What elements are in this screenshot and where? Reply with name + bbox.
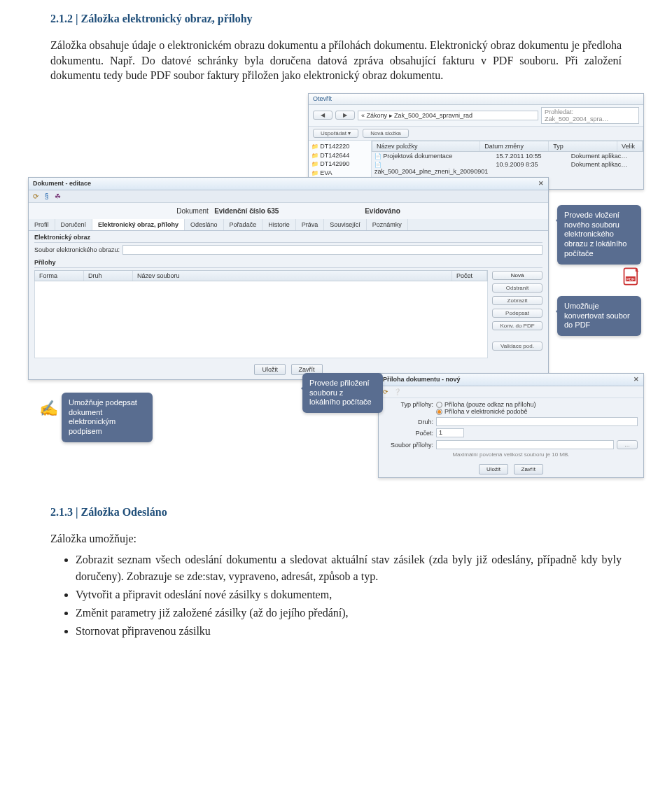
col-date: Datum změny	[480, 141, 549, 151]
svg-text:PDF: PDF	[626, 277, 635, 281]
header-status: Evidováno	[365, 207, 400, 215]
browse-button[interactable]: …	[617, 440, 638, 449]
tab-profil[interactable]: Profil	[29, 219, 55, 230]
btn-podepsat[interactable]: Podepsat	[492, 309, 542, 318]
btn-konv-pdf[interactable]: Konv. do PDF	[492, 321, 542, 330]
pdf-icon: PDF	[622, 267, 641, 286]
help-icon[interactable]: ❔	[393, 388, 401, 395]
section-title-1: 2.1.2 | Záložka elektronický obraz, příl…	[50, 13, 622, 25]
section-title-2: 2.1.3 | Záložka Odesláno	[50, 506, 622, 519]
section-el-obraz: Elektronický obraz	[34, 234, 542, 243]
para-1: Záložka obsahuje údaje o elektronickém o…	[50, 38, 622, 83]
list-item: Vytvořit a připravit odeslání nové zásil…	[76, 586, 622, 603]
callout-upload: Provede vložení nového souboru elektroni…	[557, 205, 641, 265]
list-item: Zobrazit seznam všech odeslání dokumentu…	[76, 551, 622, 584]
organize-button[interactable]: Uspořádat ▾	[313, 129, 358, 138]
btn-nova[interactable]: Nová	[492, 271, 542, 280]
btn-odstranit[interactable]: Odstranit	[492, 283, 542, 293]
toolbar-icon[interactable]: §	[45, 192, 49, 200]
tab-odeslano[interactable]: Odesláno	[185, 219, 224, 230]
soubor-input[interactable]	[436, 440, 614, 449]
btn-validace[interactable]: Validace pod.	[492, 342, 542, 351]
tab-historie[interactable]: Historie	[262, 219, 296, 230]
radio-el-podoba[interactable]	[436, 409, 442, 415]
footnote: Maximální povolená velikost souboru je 1…	[384, 451, 638, 458]
screenshot-composite: Otevřít ◀ ▶ « Zákony ▸ Zak_500_2004_spra…	[28, 93, 644, 478]
tabs: Profil Doručení Elektronický obraz, příl…	[29, 219, 548, 231]
editor-window: Dokument - editace ✕ ⟳ § ☘ Dokument Evid…	[28, 177, 549, 380]
tab-poznamky[interactable]: Poznámky	[367, 219, 408, 230]
tab-poradace[interactable]: Pořadače	[224, 219, 263, 230]
editor-title: Dokument - editace	[33, 177, 91, 190]
toolbar-icon[interactable]: ☘	[55, 192, 61, 200]
attach-close-button[interactable]: Zavřít	[514, 464, 543, 474]
file-row[interactable]: Projektová dokumentace 15.7.2011 10:55 D…	[372, 152, 643, 160]
callout-convert: Umožňuje konvertovat soubor do PDF	[557, 296, 641, 336]
bullet-list: Zobrazit seznam všech odeslání dokumentu…	[76, 551, 622, 639]
list-item: Změnit parametry již založené zásilky (a…	[76, 605, 622, 621]
header-dokument: Dokument	[176, 207, 209, 215]
attach-save-button[interactable]: Uložit	[479, 464, 508, 474]
close-icon[interactable]: ✕	[538, 177, 544, 190]
toolbar-icon[interactable]: ⟳	[33, 192, 38, 200]
radio-odkaz[interactable]	[436, 402, 442, 408]
lbl-typ: Typ přílohy:	[384, 401, 433, 408]
close-icon[interactable]: ✕	[634, 373, 639, 386]
tree-item[interactable]: DT142220	[312, 142, 368, 151]
refresh-icon[interactable]: ⟳	[383, 388, 388, 395]
btn-zobrazit[interactable]: Zobrazit	[492, 296, 542, 305]
col-size: Velik	[617, 141, 643, 151]
back-button[interactable]: ◀	[313, 111, 332, 120]
col-name: Název položky	[372, 141, 480, 151]
tree-item[interactable]: DT142990	[312, 160, 368, 169]
tree-item[interactable]: DT142644	[312, 151, 368, 160]
list-item: Stornovat připravenou zásilku	[76, 623, 622, 639]
open-dialog-title: Otevřít	[313, 95, 332, 102]
attachment-dialog: Příloha dokumentu - nový ✕ ⟳ ❔ Typ přílo…	[378, 373, 644, 478]
pocet-input[interactable]: 1	[436, 428, 464, 437]
lead-2: Záložka umožňuje:	[50, 531, 622, 547]
col-type: Typ	[549, 141, 617, 151]
breadcrumb-path[interactable]: « Zákony ▸ Zak_500_2004_spravni_rad	[358, 111, 538, 120]
callout-sign: Umožňuje podepsat dokument elektronickým…	[62, 393, 153, 442]
file-row[interactable]: zak_500_2004_plne_zneni_k_20090901 10.9.…	[372, 160, 643, 176]
sign-icon: ✍	[39, 400, 58, 418]
tab-doruceni[interactable]: Doručení	[55, 219, 93, 230]
search-input[interactable]: Prohledat: Zak_500_2004_spra…	[541, 107, 639, 124]
tab-prava[interactable]: Práva	[296, 219, 325, 230]
section-prilohy: Přílohy	[34, 259, 542, 268]
tab-el-obraz[interactable]: Elektronický obraz, přílohy	[92, 219, 185, 230]
attach-title: Příloha dokumentu - nový	[383, 373, 461, 386]
tab-souvisejici[interactable]: Související	[324, 219, 367, 230]
druh-select[interactable]	[436, 417, 638, 426]
open-dialog: Otevřít ◀ ▶ « Zákony ▸ Zak_500_2004_spra…	[308, 93, 644, 190]
lbl-soubor-el: Soubor elektronického obrazu:	[34, 246, 120, 253]
new-folder-button[interactable]: Nová složka	[363, 129, 409, 138]
save-button[interactable]: Uložit	[254, 364, 286, 375]
callout-attach: Provede přiložení souboru z lokálního po…	[302, 373, 383, 413]
soubor-el-input[interactable]	[122, 245, 542, 255]
attachments-list	[34, 281, 488, 358]
fwd-button[interactable]: ▶	[335, 111, 355, 120]
